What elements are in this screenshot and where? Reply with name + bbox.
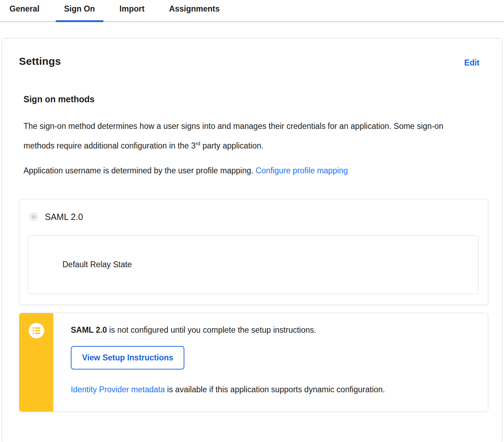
app-tab-bar: General Sign On Import Assignments (0, 0, 504, 22)
configure-profile-mapping-link[interactable]: Configure profile mapping (256, 166, 348, 175)
tab-general[interactable]: General (1, 3, 48, 21)
tab-import[interactable]: Import (111, 3, 153, 21)
description-text-tail: party application. (200, 141, 263, 150)
page-title: Settings (19, 55, 61, 67)
callout-message-rest: is not configured until you complete the… (107, 325, 316, 334)
metadata-line: Identity Provider metadata is available … (71, 385, 474, 394)
callout-message-bold: SAML 2.0 (71, 325, 107, 334)
callout-message: SAML 2.0 is not configured until you com… (71, 324, 474, 336)
tab-assignments[interactable]: Assignments (161, 3, 228, 21)
view-setup-instructions-button[interactable]: View Setup Instructions (71, 346, 184, 370)
sign-on-method-description: The sign-on method determines how a user… (23, 118, 455, 154)
metadata-line-rest: is available if this application support… (165, 385, 385, 394)
list-icon (29, 323, 44, 338)
description-superscript: rd (196, 140, 200, 146)
callout-yellow-strip (19, 313, 53, 412)
saml-radio-button (29, 213, 38, 221)
default-relay-state-label: Default Relay State (62, 260, 132, 269)
saml-method-box: SAML 2.0 Default Relay State (19, 199, 488, 305)
callout-body: SAML 2.0 is not configured until you com… (53, 313, 488, 412)
saml-radio-row: SAML 2.0 (29, 212, 479, 222)
setup-warning-callout: SAML 2.0 is not configured until you com… (19, 313, 488, 412)
identity-provider-metadata-link[interactable]: Identity Provider metadata (71, 385, 165, 394)
settings-card: Settings Edit Sign on methods The sign-o… (2, 38, 502, 442)
tab-sign-on[interactable]: Sign On (56, 3, 103, 21)
settings-card-header: Settings Edit (2, 39, 502, 68)
edit-button[interactable]: Edit (464, 58, 479, 68)
username-mapping-line: Application username is determined by th… (23, 162, 455, 179)
username-mapping-text: Application username is determined by th… (23, 166, 256, 175)
default-relay-state-field: Default Relay State (28, 235, 478, 294)
sign-on-methods-heading: Sign on methods (23, 94, 488, 104)
sign-on-methods-section: Sign on methods The sign-on method deter… (2, 94, 502, 412)
saml-radio-label: SAML 2.0 (45, 212, 83, 222)
